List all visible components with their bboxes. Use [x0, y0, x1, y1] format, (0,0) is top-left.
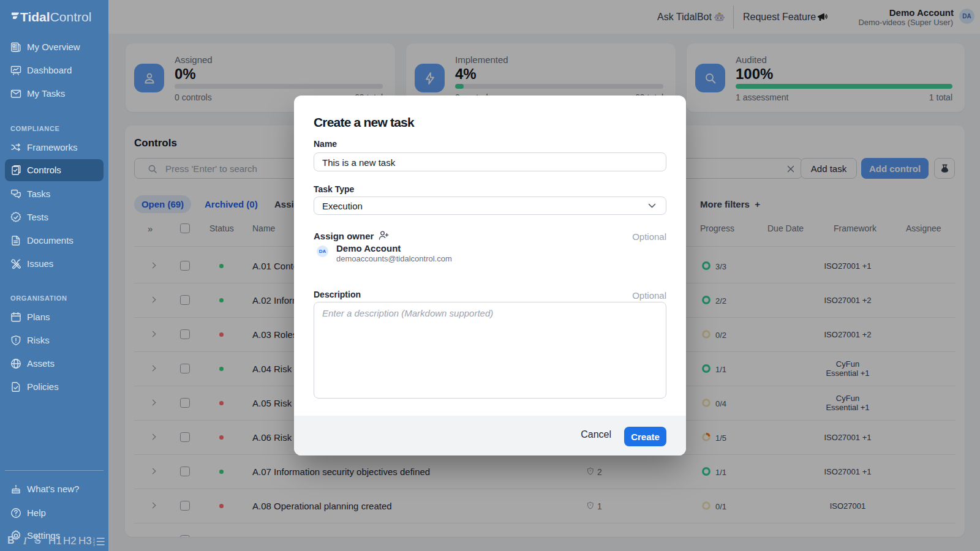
svg-text:3: 3	[93, 543, 95, 546]
